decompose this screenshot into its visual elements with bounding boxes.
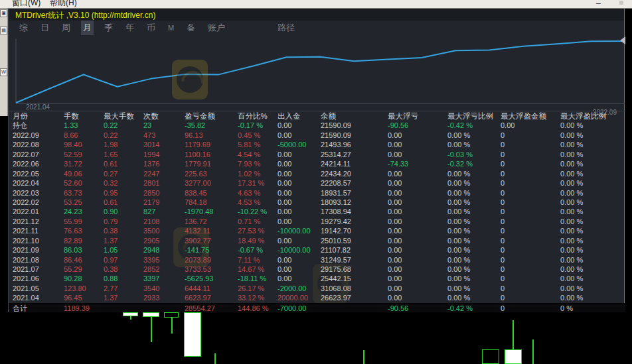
table-cell: 144.86 % bbox=[238, 304, 277, 313]
scroll-arrow-icon[interactable] bbox=[620, 36, 625, 44]
table-cell: 0.00 % bbox=[560, 131, 622, 140]
window-title: MTDriver统计 ,V3.10 (http://mtdriver.cn) bbox=[15, 10, 155, 21]
tab-年[interactable]: 年 bbox=[123, 21, 136, 35]
candlestick bbox=[505, 349, 522, 364]
table-cell: 6623.97 bbox=[185, 293, 238, 302]
table-cell: 0.00 % bbox=[560, 274, 622, 283]
window-title-bar[interactable]: MTDriver统计 ,V3.10 (http://mtdriver.cn) bbox=[9, 9, 624, 21]
table-cell: 1994 bbox=[143, 150, 185, 159]
minimize-button[interactable]: – bbox=[596, 0, 601, 8]
table-cell: 0.00 bbox=[277, 274, 321, 283]
menu-item-window[interactable]: 窗口(W) bbox=[12, 0, 40, 9]
tab-备[interactable]: 备 bbox=[185, 21, 197, 35]
table-cell: 25010.59 bbox=[321, 236, 388, 245]
candlestick bbox=[143, 312, 159, 317]
table-cell: 0.00 % bbox=[560, 293, 622, 302]
table-row[interactable]: 2021.0886.460.9733952073.897.11 %0.00312… bbox=[9, 255, 625, 265]
tab-月[interactable]: 月 bbox=[81, 21, 94, 35]
equity-curve-svg bbox=[9, 37, 625, 111]
stats-window: MTDriver统计 ,V3.10 (http://mtdriver.cn) 综… bbox=[8, 9, 625, 312]
table-cell: 0.00 bbox=[388, 274, 447, 283]
table-row[interactable]: 2022.0363.730.952850838.454.63 %0.001893… bbox=[9, 188, 625, 198]
table-cell: 0.00 % bbox=[560, 255, 622, 265]
tab-周[interactable]: 周 bbox=[60, 21, 72, 35]
table-row[interactable]: 2021.0496.451.3729336623.9733.12 %20000.… bbox=[9, 293, 625, 302]
table-cell: 0.00 % bbox=[447, 274, 501, 283]
menu-item-help[interactable]: 帮助(H) bbox=[50, 0, 77, 9]
table-cell: 1.33 bbox=[64, 121, 104, 130]
table-cell: 0.00 bbox=[277, 131, 321, 140]
table-cell: 4.63 % bbox=[238, 188, 277, 198]
table-cell: 0.00 bbox=[388, 188, 447, 198]
table-cell: 0 bbox=[501, 198, 560, 207]
table-cell: 0.38 bbox=[104, 265, 143, 274]
tab-bar: 综日周月季年币M备账户路径 bbox=[9, 21, 624, 37]
window-control-icon[interactable] bbox=[619, 1, 623, 5]
table-cell: 90.28 bbox=[64, 274, 104, 283]
table-cell: 0.27 bbox=[104, 169, 143, 178]
dock-icon[interactable]: W bbox=[0, 68, 7, 76]
dock-icon[interactable]: ▣ bbox=[0, 9, 7, 17]
table-cell: 2948 bbox=[143, 245, 185, 255]
table-cell: 17.31 % bbox=[238, 178, 277, 188]
table-cell: 0.00 bbox=[388, 131, 447, 140]
table-cell: -10000.00 bbox=[277, 226, 321, 235]
dock-icon[interactable]: ▤ bbox=[0, 27, 7, 34]
table-cell: 0 bbox=[501, 265, 560, 274]
tab-季[interactable]: 季 bbox=[102, 21, 115, 35]
table-row[interactable]: 2021.1176.630.3835004132.1127.53 %-10000… bbox=[9, 226, 625, 235]
table-cell: 23 bbox=[143, 121, 185, 130]
table-cell: 2021.07 bbox=[13, 265, 64, 274]
tab-综[interactable]: 综 bbox=[17, 21, 30, 35]
table-row[interactable]: 2022.0752.591.6519941100.164.54 %0.00253… bbox=[9, 150, 625, 159]
table-cell: 3395 bbox=[143, 255, 185, 265]
tab-账户[interactable]: 账户 bbox=[206, 21, 227, 35]
table-header-row: 月份手数最大手数次数盈亏金额百分比%出入金余额最大浮亏最大浮亏比例最大浮盈金额最… bbox=[9, 111, 625, 121]
table-cell: 225.63 bbox=[185, 169, 238, 178]
tab-日[interactable]: 日 bbox=[39, 21, 51, 35]
table-cell: 96.45 bbox=[64, 293, 104, 302]
table-cell: 1.37 bbox=[104, 293, 143, 302]
table-row[interactable]: 2021.1255.990.792108136.720.71 %0.001927… bbox=[9, 217, 625, 226]
table-cell: 31249.57 bbox=[321, 255, 388, 265]
table-row[interactable]: 2022.0124.230.90827-1970.48-10.22 %0.001… bbox=[9, 207, 625, 216]
table-cell: 136.72 bbox=[185, 217, 238, 226]
table-cell: 0.95 bbox=[104, 188, 143, 198]
table-cell: 0.00 % bbox=[560, 150, 622, 159]
table-cell: 2933 bbox=[143, 293, 185, 302]
table-cell: 0.97 bbox=[104, 255, 143, 265]
path-label[interactable]: 路径 bbox=[277, 22, 295, 34]
table-cell: 2022.01 bbox=[13, 207, 64, 216]
header-cell: 出入金 bbox=[277, 111, 321, 121]
table-cell: 24214.11 bbox=[321, 159, 388, 168]
table-cell: 2179 bbox=[143, 198, 185, 207]
table-cell: 86.03 bbox=[64, 245, 104, 255]
table-row[interactable]: 2021.0755.290.3828523733.5314.67 %0.0029… bbox=[9, 265, 625, 274]
table-row[interactable]: 2021.05123.802.7735406444.1126.17 %-2000… bbox=[9, 284, 625, 293]
table-row[interactable]: 持仓1.330.2223-35.82-0.17 %0.0021590.09-90… bbox=[9, 121, 625, 130]
table-cell: 2021.08 bbox=[13, 255, 64, 265]
table-row[interactable]: 2022.0452.600.3228013277.0017.31 %0.0022… bbox=[9, 178, 625, 188]
table-row[interactable]: 2021.1082.891.3729053902.7718.49 %0.0025… bbox=[9, 236, 625, 245]
tab-币[interactable]: 币 bbox=[145, 21, 157, 35]
table-row[interactable]: 2021.0986.031.052948-141.75-0.67 %-10000… bbox=[9, 245, 625, 255]
table-cell: 0.61 bbox=[104, 159, 143, 168]
table-row[interactable]: 2022.0253.250.612179784.184.53 %0.001809… bbox=[9, 198, 625, 207]
tab-M[interactable]: M bbox=[166, 23, 176, 33]
table-row[interactable]: 2022.0631.720.6113761779.917.93 %0.00242… bbox=[9, 159, 625, 168]
table-cell: 0.00 bbox=[388, 169, 447, 178]
table-cell: 784.18 bbox=[185, 198, 238, 207]
table-cell: 0.00 % bbox=[560, 159, 622, 168]
table-cell: 0.00 bbox=[277, 198, 321, 207]
table-cell: 2021.11 bbox=[13, 226, 64, 235]
total-row[interactable]: 合计1189.3928554.27144.86 %-7000.00-90.56-… bbox=[9, 303, 625, 312]
table-row[interactable]: 2022.0898.401.9830141179.695.81 %-5000.0… bbox=[9, 140, 625, 149]
table-cell: -5000.00 bbox=[277, 140, 321, 149]
table-row[interactable]: 2022.098.660.2247396.130.45 %0.0021590.0… bbox=[9, 131, 625, 140]
table-cell: 2022.02 bbox=[13, 198, 64, 207]
table-cell: -141.75 bbox=[185, 245, 238, 255]
table-row[interactable]: 2021.0690.280.883397-5625.93-18.11 %0.00… bbox=[9, 274, 625, 283]
table-cell: 3733.53 bbox=[185, 265, 238, 274]
header-cell: 最大浮亏比例 bbox=[447, 111, 501, 121]
table-row[interactable]: 2022.0549.060.272247225.631.02 %0.002243… bbox=[9, 169, 625, 178]
